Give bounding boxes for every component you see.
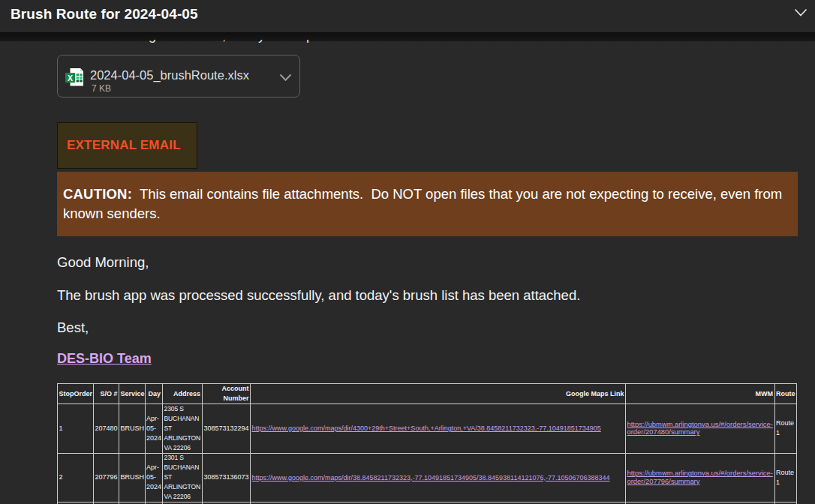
col-header-so-number: S/O #	[94, 384, 119, 404]
col-header-label: Address	[163, 389, 202, 399]
attachment-card[interactable]: X 2024-04-05_brushRoute.xlsx 7 KB	[57, 55, 300, 98]
col-header-address: Address	[163, 384, 202, 404]
col-header-label: Google Maps Link	[251, 389, 625, 399]
col-header-label: Day	[146, 389, 162, 399]
col-header-account-number: Account Number	[203, 384, 251, 404]
cell-text: BRUSH	[119, 472, 145, 482]
cell-account-number: 308573132294	[203, 404, 251, 453]
message-title-bar: Brush Route for 2024-04-05	[0, 0, 815, 32]
col-header-route: Route	[775, 384, 796, 404]
cell-account-number: 308573136073	[203, 454, 251, 502]
route-table: StopOrder S/O # Service Day Address Acco…	[57, 383, 797, 504]
caution-label: CAUTION:	[63, 186, 132, 202]
col-header-label: StopOrder	[58, 389, 93, 399]
cell-text: https://www.google.com/maps/dir/38.84582…	[251, 474, 625, 482]
cell-mwm-link: https://ubmwm.arlingtonva.us/#/orders/se…	[626, 404, 774, 453]
collapse-message-icon[interactable]	[794, 8, 807, 17]
clipped-glyph: g	[149, 40, 156, 42]
caution-message: This email contains file attachments. Do…	[63, 186, 782, 221]
col-header-label: Route	[775, 389, 796, 399]
cell-text: Apr- 05- 2024	[146, 414, 162, 443]
clipped-glyph: y	[258, 40, 265, 42]
col-header-label: Account Number	[203, 384, 251, 404]
closing-text: Best,	[57, 320, 89, 336]
col-header-google-maps-link: Google Maps Link	[251, 384, 625, 404]
col-header-label: MWM	[626, 389, 774, 399]
cell-day: Apr- 05- 2024	[146, 454, 162, 502]
cell-text: 207796	[94, 472, 119, 482]
cell-text: https://www.google.com/maps/dir/4300+29t…	[251, 424, 625, 433]
col-header-label: S/O #	[94, 389, 119, 399]
cell-text: https://ubmwm.arlingtonva.us/#/orders/se…	[626, 470, 774, 485]
cell-text: 2301 S BUCHANAN ST ARLINGTON VA 22206	[163, 454, 202, 502]
svg-text:X: X	[68, 74, 73, 82]
external-email-label: EXTERNAL EMAIL	[67, 138, 181, 153]
mwm-link[interactable]: https://ubmwm.arlingtonva.us/#/orders/se…	[627, 420, 773, 436]
cell-stop-order: 2	[58, 454, 93, 502]
email-window: Brush Route for 2024-04-05 g , y p X 202…	[0, 0, 815, 504]
cell-google-maps-link: https://www.google.com/maps/dir/4300+29t…	[251, 404, 625, 453]
mwm-link[interactable]: https://ubmwm.arlingtonva.us/#/orders/se…	[627, 469, 773, 485]
cell-service: BRUSH	[119, 454, 145, 502]
cell-text: Apr- 05- 2024	[146, 463, 162, 492]
attachment-filesize: 7 KB	[92, 83, 111, 94]
greeting-text: Good Morning,	[57, 254, 149, 271]
cell-day: Apr- 05- 2024	[146, 404, 162, 453]
col-header-label: Service	[119, 389, 145, 399]
attachment-filename: 2024-04-05_brushRoute.xlsx	[90, 68, 249, 82]
external-email-badge: EXTERNAL EMAIL	[57, 122, 197, 169]
cell-so-number: 207480	[94, 404, 119, 453]
des-bio-team-link[interactable]: DES-BIO Team	[57, 351, 152, 367]
cell-address: 2305 S BUCHANAN ST ARLINGTON VA 22206	[163, 404, 202, 453]
cell-stop-order: 1	[58, 404, 93, 453]
cell-service: BRUSH	[119, 404, 145, 453]
cell-text: 1	[58, 424, 93, 434]
cell-text: Route 1	[775, 418, 796, 438]
caution-banner: CAUTION: This email contains file attach…	[57, 172, 798, 236]
clipped-glyph: ,	[222, 40, 226, 42]
cell-so-number: 207796	[94, 454, 119, 502]
cell-text: 2305 S BUCHANAN ST ARLINGTON VA 22206	[163, 404, 202, 453]
cell-google-maps-link: https://www.google.com/maps/dir/38.84582…	[251, 454, 625, 502]
cell-address: 2301 S BUCHANAN ST ARLINGTON VA 22206	[163, 454, 202, 502]
cell-text: 308573132294	[203, 424, 251, 434]
google-maps-link[interactable]: https://www.google.com/maps/dir/4300+29t…	[252, 424, 601, 432]
cell-text: 308573136073	[203, 472, 251, 482]
cell-text: 207480	[94, 424, 119, 434]
message-subject: Brush Route for 2024-04-05	[11, 6, 198, 22]
cell-route: Route 1	[775, 404, 796, 453]
col-header-stoporder: StopOrder	[58, 384, 93, 404]
col-header-mwm: MWM	[626, 384, 774, 404]
cell-text: BRUSH	[119, 424, 145, 434]
cell-mwm-link: https://ubmwm.arlingtonva.us/#/orders/se…	[626, 454, 774, 502]
attachment-options-chevron-icon[interactable]	[279, 74, 292, 82]
message-text: The brush app was processed successfully…	[57, 287, 580, 304]
col-header-day: Day	[146, 384, 162, 404]
cell-text: Route 1	[775, 468, 796, 488]
clipped-glyph: p	[306, 40, 314, 42]
col-header-service: Service	[119, 384, 145, 404]
cell-text: 2	[58, 472, 93, 482]
clipped-text-remnant: g , y p	[0, 40, 815, 44]
google-maps-link[interactable]: https://www.google.com/maps/dir/38.84582…	[252, 474, 610, 482]
cell-text: https://ubmwm.arlingtonva.us/#/orders/se…	[626, 421, 774, 436]
caution-text: CAUTION: This email contains file attach…	[57, 184, 789, 223]
cell-route: Route 1	[775, 454, 796, 502]
excel-file-icon: X	[65, 67, 85, 87]
